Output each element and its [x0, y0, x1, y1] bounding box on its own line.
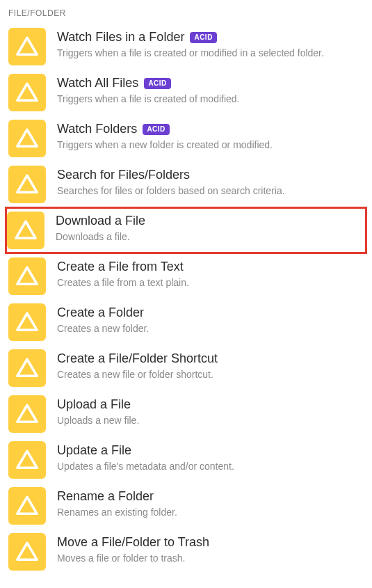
item-description: Updates a file's metadata and/or content…	[57, 460, 364, 474]
acid-badge: ACID	[144, 78, 170, 89]
item-text: Create a File/Folder Shortcut Creates a …	[57, 349, 364, 382]
acid-badge: ACID	[190, 32, 216, 43]
svg-marker-3	[17, 175, 37, 192]
item-title: Update a File	[57, 443, 131, 459]
list-item[interactable]: Watch All Files ACID Triggers when a fil…	[8, 70, 364, 116]
list-item[interactable]: Watch Folders ACID Triggers when a new f…	[8, 116, 364, 161]
svg-marker-7	[17, 359, 37, 376]
svg-marker-4	[16, 221, 35, 238]
item-title: Rename a Folder	[57, 488, 154, 504]
list-item[interactable]: Move a File/Folder to Trash Moves a file…	[8, 529, 364, 575]
svg-marker-11	[17, 543, 37, 559]
item-description: Creates a new file or folder shortcut.	[57, 368, 364, 382]
item-text: Upload a File Uploads a new file.	[57, 395, 364, 428]
item-text: Create a File from Text Creates a file f…	[57, 257, 364, 290]
drive-icon	[8, 533, 46, 571]
item-title: Create a File/Folder Shortcut	[57, 351, 218, 367]
item-text: Watch All Files ACID Triggers when a fil…	[57, 74, 364, 106]
drive-icon	[8, 120, 46, 157]
drive-icon	[8, 487, 46, 525]
section-header: FILE/FOLDER	[8, 6, 364, 24]
list-item[interactable]: Upload a File Uploads a new file.	[8, 391, 364, 437]
item-text: Update a File Updates a file's metadata …	[57, 441, 364, 474]
list-item[interactable]: Search for Files/Folders Searches for fi…	[8, 161, 364, 207]
svg-marker-6	[17, 313, 37, 330]
item-text: Search for Files/Folders Searches for fi…	[57, 166, 364, 198]
item-description: Triggers when a file is created of modif…	[57, 93, 364, 106]
item-text: Rename a Folder Renames an existing fold…	[57, 487, 364, 520]
drive-icon	[8, 303, 46, 341]
svg-marker-8	[17, 405, 37, 422]
item-title: Create a Folder	[57, 305, 144, 321]
item-title: Move a File/Folder to Trash	[57, 534, 209, 550]
svg-marker-10	[17, 497, 37, 514]
item-text: Move a File/Folder to Trash Moves a file…	[57, 533, 364, 566]
item-text: Create a Folder Creates a new folder.	[57, 303, 364, 336]
item-title: Watch All Files	[57, 75, 138, 91]
item-description: Uploads a new file.	[57, 414, 364, 428]
item-description: Creates a file from a text plain.	[57, 276, 364, 290]
item-title: Download a File	[56, 213, 145, 229]
list-item[interactable]: Download a File Downloads a file.	[6, 207, 366, 253]
item-description: Moves a file or folder to trash.	[57, 552, 364, 566]
item-title: Search for Files/Folders	[57, 167, 190, 183]
item-title: Watch Folders	[57, 121, 137, 137]
item-description: Triggers when a new folder is created or…	[57, 138, 364, 152]
list-item[interactable]: Create a File/Folder Shortcut Creates a …	[8, 345, 364, 391]
item-title: Upload a File	[57, 397, 131, 413]
list-item[interactable]: Create a File from Text Creates a file f…	[8, 253, 364, 299]
list-item[interactable]: Watch Files in a Folder ACID Triggers wh…	[8, 24, 364, 70]
item-description: Downloads a file.	[56, 230, 364, 244]
item-text: Watch Files in a Folder ACID Triggers wh…	[57, 28, 364, 61]
drive-icon	[8, 441, 46, 479]
drive-icon	[8, 28, 46, 65]
item-description: Creates a new folder.	[57, 322, 364, 336]
svg-marker-2	[17, 129, 37, 146]
item-title: Watch Files in a Folder	[57, 29, 184, 45]
item-title: Create a File from Text	[57, 259, 184, 275]
svg-marker-9	[17, 451, 37, 468]
svg-marker-1	[17, 84, 37, 100]
drive-icon	[8, 395, 46, 433]
list-item[interactable]: Rename a Folder Renames an existing fold…	[8, 483, 364, 529]
item-description: Renames an existing folder.	[57, 506, 364, 520]
drive-icon	[8, 349, 46, 387]
svg-marker-5	[17, 267, 37, 284]
drive-icon	[7, 212, 45, 249]
module-list: Watch Files in a Folder ACID Triggers wh…	[8, 24, 364, 575]
item-text: Watch Folders ACID Triggers when a new f…	[57, 120, 364, 152]
drive-icon	[8, 74, 46, 111]
item-description: Searches for files or folders based on s…	[57, 184, 364, 198]
acid-badge: ACID	[143, 124, 169, 135]
drive-icon	[8, 166, 46, 203]
list-item[interactable]: Create a Folder Creates a new folder.	[8, 299, 364, 345]
drive-icon	[8, 257, 46, 295]
item-description: Triggers when a file is created or modif…	[57, 47, 364, 61]
list-item[interactable]: Update a File Updates a file's metadata …	[8, 437, 364, 483]
svg-marker-0	[17, 38, 37, 54]
item-text: Download a File Downloads a file.	[56, 212, 364, 244]
